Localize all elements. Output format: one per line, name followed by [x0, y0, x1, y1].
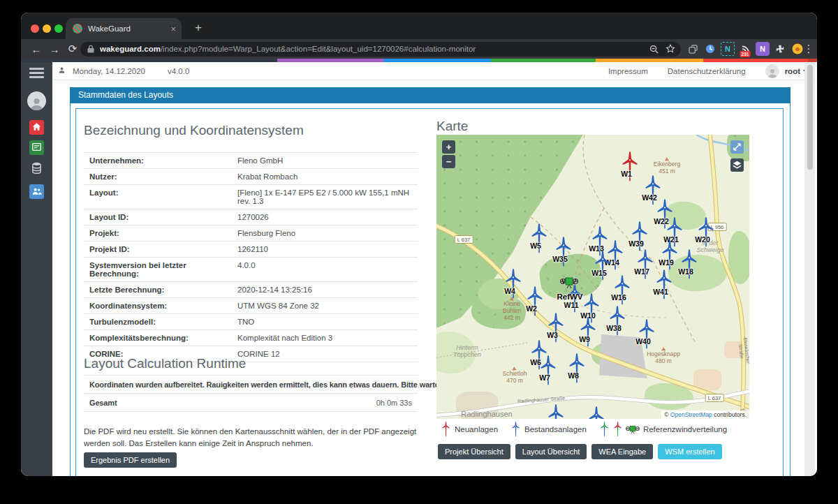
legend-new-turbine-icon [441, 422, 451, 437]
turbine-W18[interactable] [679, 249, 700, 283]
extension-badge: 231 [740, 51, 751, 57]
legend-refwv-turbine-icon [626, 424, 640, 435]
home-icon [32, 121, 41, 134]
row-value: Fleno GmbH [237, 156, 283, 165]
url-text: wakeguard.com/index.php?module=Warp_Layo… [100, 45, 644, 53]
turbine-label: W41 [653, 288, 668, 296]
turbine-W35[interactable] [553, 237, 574, 270]
map-zoom-in-button[interactable]: + [442, 140, 455, 154]
row-value: 1262110 [237, 245, 268, 253]
row-value: Komplexität nach Edition 3 [237, 334, 332, 342]
sidebar-item-users[interactable] [29, 184, 44, 199]
notion-extension-icon[interactable]: N [756, 42, 770, 56]
create-pdf-button[interactable]: Ergebnis PDF erstellen [84, 452, 177, 468]
traffic-minimize-button[interactable] [43, 24, 51, 33]
pages-extension-icon[interactable] [686, 42, 700, 56]
map-fullscreen-button[interactable] [730, 140, 744, 154]
table-row: Turbulenzmodell:TNO [84, 313, 418, 329]
refwv-marker-icon[interactable] [560, 276, 578, 292]
runtime-value: 0h 0m 33s [376, 399, 412, 407]
hamburger-menu-icon[interactable] [29, 68, 44, 80]
map[interactable]: Eikenberg 451 mKleine Buhlen 442 mSchiet… [436, 135, 749, 419]
turbine-W16[interactable] [612, 275, 633, 309]
turbine-unlabeled[interactable] [586, 406, 607, 419]
table-row: Letzte Berechnung:2020-12-14 13:25:16 [84, 281, 418, 297]
forward-icon[interactable]: → [46, 39, 63, 59]
browser-tabstrip: WakeGuard × + [21, 13, 817, 39]
table-row: Systemversion bei letzter Berechnung:4.0… [84, 257, 418, 281]
extensions-row: N231N [686, 39, 804, 59]
turbine-W40[interactable] [636, 319, 657, 353]
turbine-W38[interactable] [607, 306, 628, 339]
feed-extension-icon[interactable]: 231 [738, 42, 752, 56]
app-sidebar [21, 62, 52, 476]
browser-tab[interactable]: WakeGuard × [66, 18, 182, 39]
projekt-bersicht-button[interactable]: Projekt Übersicht [438, 444, 510, 459]
turbine-W5[interactable] [529, 223, 550, 257]
sidebar-item-database[interactable] [29, 162, 44, 177]
turbine-label: W20 [695, 235, 710, 244]
turbine-W7[interactable] [538, 355, 559, 389]
n-dashed-extension-icon[interactable]: N [721, 42, 735, 56]
tab-close-icon[interactable]: × [170, 24, 176, 34]
turbine-W17[interactable] [635, 249, 656, 283]
turbine-W41[interactable] [654, 269, 675, 303]
row-label: Projekt: [89, 229, 237, 237]
legend-label: Referenzwindverteilung [643, 425, 727, 433]
turbine-W2[interactable] [524, 286, 545, 320]
legend-existing-turbine-icon [510, 422, 521, 437]
datenschutz-link[interactable]: Datenschutzerklärung [668, 67, 746, 75]
row-label: Letzte Berechnung: [89, 286, 237, 294]
turbine-W4[interactable] [503, 269, 524, 302]
turbine-label: W16 [611, 293, 626, 302]
turbine-W9[interactable] [578, 317, 598, 350]
layout-bersicht-button[interactable]: Layout Übersicht [515, 444, 587, 459]
impressum-link[interactable]: Impressum [608, 67, 648, 75]
runtime-table: Koordinaten wurden aufbereitet. Rauigkei… [84, 375, 418, 412]
puzzle-extension-icon[interactable] [773, 42, 787, 56]
map-layers-button[interactable] [730, 158, 744, 172]
wsm-erstellen-button[interactable]: WSM erstellen [658, 444, 722, 459]
turbine-unlabeled[interactable] [545, 404, 566, 419]
traffic-close-button[interactable] [31, 24, 39, 33]
kebab-menu-icon[interactable]: ⋮ [800, 39, 817, 59]
turbine-W15[interactable] [592, 251, 613, 284]
clock-extension-icon[interactable] [703, 42, 717, 56]
turbine-label: W11 [564, 301, 578, 309]
turbine-label: W3 [547, 331, 558, 339]
row-label: Turbulenzmodell: [89, 318, 237, 326]
map-attribution: © OpenStreetMap contributors. [661, 410, 749, 419]
reload-icon[interactable]: ⟳ [64, 39, 81, 59]
address-bar[interactable]: wakeguard.com/index.php?module=Warp_Layo… [80, 42, 681, 57]
back-icon[interactable]: ← [28, 39, 45, 59]
wea-eingabe-button[interactable]: WEA Eingabe [591, 444, 653, 459]
turbine-label: W38 [606, 324, 622, 332]
turbine-label: W39 [628, 239, 644, 248]
row-value: Krabat Rombach [237, 172, 297, 181]
turbine-label: W8 [568, 371, 579, 380]
sidebar-avatar[interactable] [27, 91, 46, 110]
legend-label: Neuanlagen [455, 425, 498, 433]
user-avatar[interactable] [765, 64, 779, 78]
bookmark-star-icon[interactable] [666, 44, 675, 54]
expand-icon [733, 143, 741, 151]
row-value: [Fleno] 1x E-147 EP5 E2 / 5.000 kW 155,1… [237, 188, 418, 205]
sidebar-item-home[interactable] [29, 120, 44, 135]
runtime-row: Koordinaten wurden aufbereitet. Rauigkei… [84, 375, 418, 393]
turbine-W1[interactable] [619, 151, 640, 185]
traffic-zoom-button[interactable] [54, 24, 63, 33]
road-ref-badge: L 637 [705, 394, 724, 402]
scrollbar-thumb[interactable] [807, 65, 813, 170]
turbine-W8[interactable] [566, 353, 587, 387]
row-value: TNO [237, 318, 254, 326]
zoom-search-icon[interactable] [649, 45, 659, 54]
sidebar-item-list[interactable] [29, 140, 44, 155]
page-scrollbar[interactable] [804, 62, 815, 476]
osm-link[interactable]: OpenStreetMap [670, 411, 712, 418]
turbine-W19[interactable] [659, 240, 680, 274]
row-value: UTM WGS 84 Zone 32 [237, 302, 319, 310]
row-label: Projekt ID: [89, 245, 237, 253]
new-tab-button[interactable]: + [189, 18, 208, 38]
map-zoom-out-button[interactable]: − [442, 155, 455, 168]
turbine-W20[interactable] [696, 217, 716, 251]
